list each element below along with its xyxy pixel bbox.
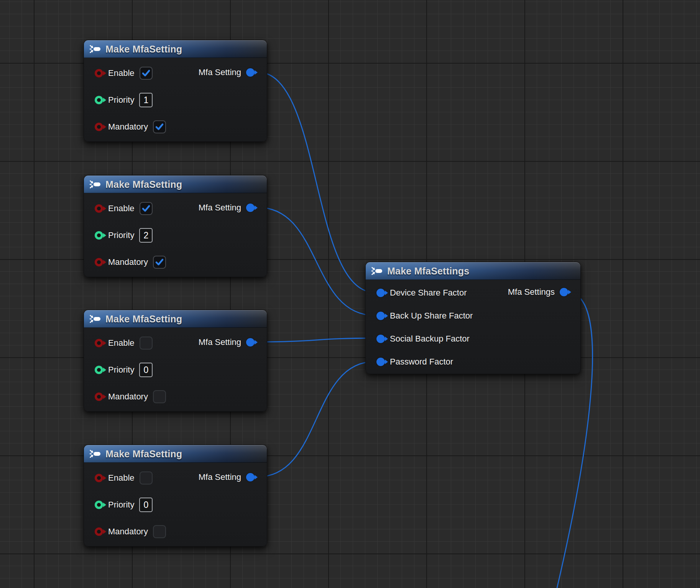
pin-enable-input[interactable]	[95, 69, 103, 77]
checkbox-enable[interactable]	[140, 202, 153, 215]
pin-label: Mandatory	[108, 527, 148, 536]
pin-label: Mandatory	[108, 258, 148, 266]
pin-wedge	[103, 341, 106, 345]
pin-row-mandatory: Mandatory	[95, 118, 166, 135]
pin-circle	[95, 69, 103, 77]
checkbox-mandatory[interactable]	[153, 120, 166, 133]
node-title: Make MfaSettings	[387, 266, 469, 276]
node-header[interactable]: Make MfaSetting	[84, 310, 267, 328]
node-make-mfasetting-2[interactable]: Make MfaSettingEnablePriority2MandatoryM…	[84, 175, 267, 277]
checkbox-mandatory[interactable]	[153, 256, 166, 269]
pin-row-priority: Priority1	[95, 92, 153, 108]
pin-priority-input[interactable]	[95, 96, 103, 104]
pin-priority-input[interactable]	[95, 366, 103, 374]
pin-row-enable: Enable	[95, 335, 153, 351]
node-header[interactable]: Make MfaSetting	[84, 40, 267, 58]
pin-circle	[376, 289, 385, 297]
pin-circle	[95, 258, 103, 266]
node-make-mfasetting-3[interactable]: Make MfaSettingEnablePriority0MandatoryM…	[84, 310, 267, 412]
node-title: Make MfaSetting	[105, 314, 182, 324]
pin-row-enable: Enable	[95, 65, 153, 82]
pin-circle	[376, 358, 385, 366]
pin-wedge	[103, 394, 106, 399]
pin-password-factor-input[interactable]	[376, 358, 385, 366]
pin-row-back-up-share-factor: Back Up Share Factor	[376, 307, 473, 324]
pin-label: Priority	[108, 366, 134, 374]
make-struct-icon	[89, 449, 102, 459]
pin-label: Enable	[108, 69, 135, 77]
pin-row-social-backup-factor: Social Backup Factor	[376, 330, 470, 347]
checkmark-icon	[141, 68, 151, 78]
pin-circle	[95, 393, 103, 401]
pin-priority-input[interactable]	[95, 231, 103, 240]
wire-2[interactable]	[258, 207, 375, 315]
pin-wedge	[103, 368, 106, 372]
make-struct-icon	[89, 179, 102, 189]
pin-wedge	[103, 529, 106, 534]
pin-wedge	[385, 360, 388, 364]
pin-label: Enable	[108, 474, 135, 482]
pin-label: Priority	[108, 96, 134, 104]
checkmark-icon	[154, 122, 164, 132]
pin-wedge	[103, 98, 106, 102]
pin-label: Social Backup Factor	[390, 335, 470, 343]
node-make-mfasetting-1[interactable]: Make MfaSettingEnablePriority1MandatoryM…	[84, 40, 267, 142]
pin-wedge	[103, 503, 106, 507]
wire-3[interactable]	[258, 338, 375, 342]
pin-row-enable: Enable	[95, 200, 153, 217]
node-make-mfasettings-5[interactable]: Make MfaSettingsDevice Share FactorBack …	[365, 262, 581, 374]
priority-value-input[interactable]: 2	[139, 228, 153, 243]
wire-4[interactable]	[258, 361, 375, 477]
pin-enable-input[interactable]	[95, 204, 103, 213]
checkbox-enable[interactable]	[140, 67, 153, 80]
pin-circle	[95, 501, 103, 509]
pin-device-share-factor-input[interactable]	[376, 289, 385, 297]
node-title: Make MfaSetting	[105, 180, 182, 189]
pin-row-mfa-setting: Mfa Setting	[199, 334, 255, 351]
pin-label: Mfa Setting	[199, 473, 241, 481]
priority-value-input[interactable]: 0	[139, 498, 153, 512]
pin-wedge	[103, 206, 106, 211]
pin-mfa-setting-output[interactable]	[246, 204, 255, 212]
pin-label: Mfa Setting	[199, 338, 241, 347]
pin-circle	[246, 204, 255, 212]
pin-circle	[95, 366, 103, 374]
pin-row-device-share-factor: Device Share Factor	[376, 284, 467, 301]
pin-priority-input[interactable]	[95, 501, 103, 509]
checkbox-enable[interactable]	[140, 471, 153, 485]
pin-label: Enable	[108, 339, 135, 347]
pin-mfa-setting-output[interactable]	[246, 338, 255, 347]
pin-mandatory-input[interactable]	[95, 258, 103, 266]
make-struct-icon	[89, 314, 102, 324]
checkmark-icon	[154, 257, 164, 267]
pin-social-backup-factor-input[interactable]	[376, 335, 385, 343]
pin-enable-input[interactable]	[95, 339, 103, 347]
checkbox-mandatory[interactable]	[153, 390, 166, 403]
pin-back-up-share-factor-input[interactable]	[376, 312, 385, 320]
node-header[interactable]: Make MfaSetting	[84, 176, 267, 193]
pin-circle	[376, 335, 385, 343]
pin-circle	[246, 473, 255, 481]
priority-value-input[interactable]: 0	[139, 363, 153, 377]
pin-mandatory-input[interactable]	[95, 123, 103, 131]
priority-value-input[interactable]: 1	[139, 93, 153, 107]
pin-mandatory-input[interactable]	[95, 527, 103, 536]
node-header[interactable]: Make MfaSetting	[84, 445, 267, 463]
pin-circle	[246, 338, 255, 347]
checkbox-enable[interactable]	[140, 337, 153, 350]
pin-row-mfa-setting: Mfa Setting	[199, 469, 255, 486]
node-header[interactable]: Make MfaSettings	[366, 262, 580, 280]
pin-mfa-setting-output[interactable]	[246, 68, 255, 77]
wire-1[interactable]	[258, 72, 375, 292]
pin-mfa-settings-output[interactable]	[560, 288, 568, 296]
pin-row-enable: Enable	[95, 470, 153, 486]
checkbox-mandatory[interactable]	[153, 525, 166, 538]
pin-mfa-setting-output[interactable]	[246, 473, 255, 481]
pin-circle	[376, 312, 385, 320]
pin-label: Priority	[108, 231, 134, 240]
pin-label: Back Up Share Factor	[390, 312, 473, 320]
pin-enable-input[interactable]	[95, 474, 103, 482]
blueprint-canvas[interactable]: Make MfaSettingEnablePriority1MandatoryM…	[0, 0, 700, 588]
pin-mandatory-input[interactable]	[95, 393, 103, 401]
node-make-mfasetting-4[interactable]: Make MfaSettingEnablePriority0MandatoryM…	[84, 445, 267, 547]
